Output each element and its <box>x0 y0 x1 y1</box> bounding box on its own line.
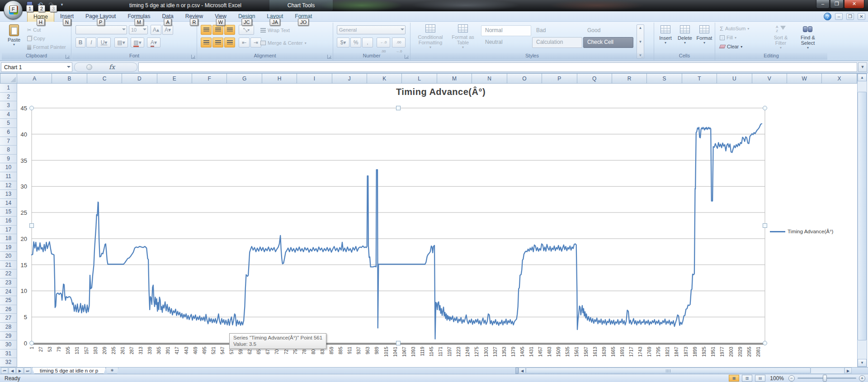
zoom-slider[interactable] <box>797 377 856 379</box>
clear-button[interactable]: Clear▾ <box>720 43 742 50</box>
increase-indent-button[interactable]: ⇥ <box>250 38 261 47</box>
column-header-E[interactable]: E <box>157 73 192 84</box>
chart-title[interactable]: Timing Advance(Â°) <box>32 87 850 97</box>
row-header-16[interactable]: 16 <box>0 217 17 226</box>
horizontal-scrollbar[interactable]: ◀ ▶ <box>515 368 852 374</box>
column-header-N[interactable]: N <box>472 73 507 84</box>
decrease-indent-button[interactable]: ⇤ <box>239 38 250 47</box>
prev-sheet-button[interactable]: ◀ <box>9 368 16 374</box>
font-size-combo[interactable]: 10 <box>129 25 148 34</box>
column-header-X[interactable]: X <box>822 73 857 84</box>
align-top-button[interactable] <box>201 25 212 35</box>
row-header-27[interactable]: 27 <box>0 314 17 323</box>
row-header-6[interactable]: 6 <box>0 128 17 137</box>
row-header-3[interactable]: 3 <box>0 101 17 110</box>
row-header-25[interactable]: 25 <box>0 296 17 305</box>
tab-formulas[interactable]: FormulasM <box>122 11 156 22</box>
column-header-W[interactable]: W <box>787 73 822 84</box>
cell-style-neutral[interactable]: Neutral <box>481 37 531 48</box>
zoom-out-button[interactable]: − <box>788 375 795 382</box>
autosum-button[interactable]: ΣAutoSum▾ <box>720 25 749 32</box>
row-header-12[interactable]: 12 <box>0 181 17 190</box>
cell-style-good[interactable]: Good <box>583 25 633 36</box>
row-header-8[interactable]: 8 <box>0 146 17 155</box>
italic-button[interactable]: I <box>86 38 96 47</box>
clipboard-dialog-launcher[interactable] <box>66 55 70 59</box>
sort-filter-button[interactable]: AZ Sort & Filter▾ <box>769 25 793 50</box>
row-header-29[interactable]: 29 <box>0 332 17 341</box>
formula-input[interactable] <box>138 62 857 72</box>
row-header-22[interactable]: 22 <box>0 269 17 278</box>
cut-button[interactable]: ✂Cut <box>27 26 41 33</box>
tab-page-layout[interactable]: Page LayoutP <box>80 11 122 22</box>
insert-worksheet-button[interactable]: ✱ <box>106 368 118 374</box>
qat-customize-button[interactable]: ▾ <box>58 1 66 9</box>
font-dialog-launcher[interactable] <box>191 55 195 59</box>
restore-button[interactable]: ❐ <box>830 0 844 9</box>
row-header-17[interactable]: 17 <box>0 226 17 235</box>
increase-decimal-button[interactable]: ←.0.00 <box>377 38 390 47</box>
close-button[interactable]: ✕ <box>844 0 864 9</box>
column-header-G[interactable]: G <box>227 73 262 84</box>
formula-bar-expand-button[interactable]: ▼ <box>858 62 867 72</box>
column-header-J[interactable]: J <box>332 73 367 84</box>
delete-cells-button[interactable]: Delete▾ <box>675 25 694 45</box>
column-header-T[interactable]: T <box>682 73 717 84</box>
undo-button[interactable]: ↶ 2 <box>36 1 44 9</box>
comma-style-button[interactable]: , <box>362 38 373 47</box>
tab-view[interactable]: ViewW <box>209 11 232 22</box>
row-header-28[interactable]: 28 <box>0 323 17 332</box>
row-header-30[interactable]: 30 <box>0 340 17 349</box>
tab-format[interactable]: FormatJO <box>289 11 318 22</box>
row-header-14[interactable]: 14 <box>0 199 17 208</box>
copy-button[interactable]: Copy <box>27 35 45 42</box>
column-header-Q[interactable]: Q <box>577 73 612 84</box>
column-header-L[interactable]: L <box>402 73 437 84</box>
column-header-D[interactable]: D <box>122 73 157 84</box>
row-header-31[interactable]: 31 <box>0 349 17 358</box>
vertical-scroll-thumb[interactable] <box>858 92 867 340</box>
column-header-H[interactable]: H <box>262 73 297 84</box>
format-painter-button[interactable]: Format Painter <box>27 43 66 51</box>
name-box-dropdown-icon[interactable] <box>67 66 71 70</box>
row-header-15[interactable]: 15 <box>0 208 17 217</box>
select-all-button[interactable] <box>0 73 17 84</box>
row-header-21[interactable]: 21 <box>0 261 17 270</box>
align-bottom-button[interactable] <box>224 25 235 35</box>
page-break-view-button[interactable]: ▤ <box>755 375 765 382</box>
cell-style-check-cell[interactable]: Check Cell <box>583 37 633 48</box>
column-header-A[interactable]: A <box>17 73 52 84</box>
normal-view-button[interactable]: ▦ <box>729 375 739 382</box>
wrap-text-button[interactable]: Wrap Text <box>260 27 290 34</box>
row-header-19[interactable]: 19 <box>0 243 17 252</box>
tab-design[interactable]: DesignJC <box>232 11 261 22</box>
find-select-button[interactable]: Find & Select▾ <box>795 25 821 50</box>
save-button[interactable]: 1 <box>25 1 33 9</box>
column-header-M[interactable]: M <box>437 73 472 84</box>
first-sheet-button[interactable]: ⏮ <box>1 368 8 374</box>
fill-button[interactable]: ↓Fill▾ <box>720 34 736 41</box>
tab-insert[interactable]: InsertN <box>54 11 80 22</box>
tab-layout[interactable]: LayoutJA <box>261 11 289 22</box>
row-header-24[interactable]: 24 <box>0 288 17 297</box>
row-header-7[interactable]: 7 <box>0 137 17 146</box>
grow-font-button[interactable]: A▴ <box>151 25 161 35</box>
column-header-B[interactable]: B <box>52 73 87 84</box>
row-header-26[interactable]: 26 <box>0 305 17 314</box>
zoom-in-button[interactable]: + <box>859 375 865 382</box>
fill-color-button[interactable]: ▨▾ <box>131 38 144 47</box>
help-button[interactable]: ? <box>824 13 831 20</box>
row-header-2[interactable]: 2 <box>0 93 17 102</box>
alignment-dialog-launcher[interactable] <box>327 55 331 59</box>
tab-review[interactable]: ReviewR <box>179 11 209 22</box>
scroll-up-button[interactable]: ▲ <box>858 74 867 81</box>
row-header-9[interactable]: 9 <box>0 155 17 164</box>
align-middle-button[interactable] <box>212 25 223 35</box>
scroll-left-button[interactable]: ◀ <box>519 368 526 373</box>
align-center-button[interactable] <box>212 38 223 47</box>
cell-style-calculation[interactable]: Calculation <box>532 37 582 48</box>
align-left-button[interactable] <box>201 38 212 47</box>
minimize-button[interactable]: – <box>816 0 830 9</box>
decrease-decimal-button[interactable]: .00→.0 <box>392 38 406 47</box>
merge-center-button[interactable]: Merge & Center▾ <box>260 39 307 47</box>
